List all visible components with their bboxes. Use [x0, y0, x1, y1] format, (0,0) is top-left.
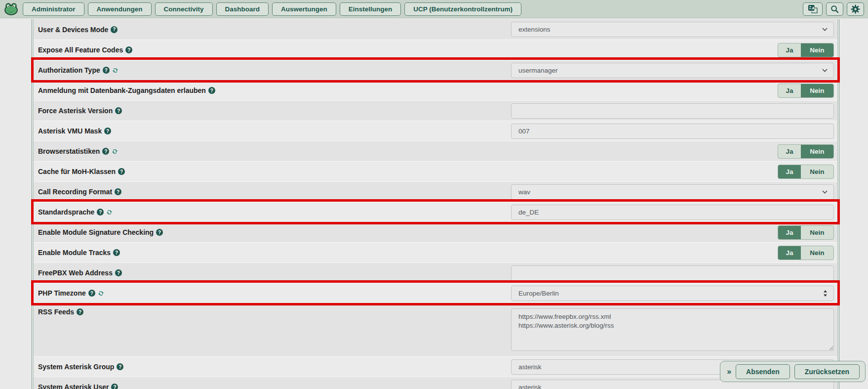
- nav-tab-dashboard[interactable]: Dashboard: [216, 2, 269, 16]
- nav-tab-administrator[interactable]: Administrator: [23, 2, 84, 16]
- settings-row: Standardsprache?: [34, 202, 837, 222]
- setting-label: Authorization Type: [38, 66, 100, 74]
- refresh-icon[interactable]: [112, 67, 118, 74]
- help-icon[interactable]: ?: [111, 26, 118, 33]
- enable-module-signature-checking-yes-button[interactable]: Ja: [778, 226, 801, 239]
- anmeldung-mit-datenbank-zugangsdaten-erlauben-no-button[interactable]: Nein: [801, 84, 833, 97]
- gear-icon: [851, 4, 860, 14]
- setting-label: Expose All Feature Codes: [38, 46, 123, 54]
- setting-label: Asterisk VMU Mask: [38, 127, 102, 135]
- anmeldung-mit-datenbank-zugangsdaten-erlauben-yes-button[interactable]: Ja: [778, 84, 801, 97]
- refresh-icon[interactable]: [106, 209, 113, 216]
- cache-fuer-moh-klassen-yes-button[interactable]: Ja: [778, 165, 801, 178]
- frog-logo[interactable]: [4, 3, 18, 15]
- browserstatistiken-no-button[interactable]: Nein: [801, 145, 833, 158]
- cache-fuer-moh-klassen-toggle: JaNein: [778, 165, 834, 179]
- setting-label: User & Devices Mode: [38, 26, 108, 34]
- settings-row: Expose All Feature Codes?JaNein: [34, 40, 837, 60]
- help-icon[interactable]: ?: [77, 308, 83, 315]
- enable-module-tracks-toggle: JaNein: [778, 246, 834, 260]
- authorization-type-select[interactable]: usermanager: [511, 63, 834, 78]
- refresh-icon[interactable]: [112, 148, 118, 155]
- user-devices-mode-select[interactable]: extensions: [511, 22, 834, 37]
- rss-feeds-textarea[interactable]: [511, 308, 834, 351]
- setting-label: Call Recording Format: [38, 188, 112, 196]
- help-icon[interactable]: ?: [113, 249, 120, 256]
- settings-row: Force Asterisk Version?: [34, 100, 837, 121]
- setting-label: System Asterisk User: [38, 383, 109, 389]
- reset-button[interactable]: Zurücksetzen: [794, 364, 860, 379]
- help-icon[interactable]: ?: [118, 168, 125, 175]
- call-recording-format-select[interactable]: wav: [511, 184, 834, 200]
- php-timezone-select[interactable]: Europe/Berlin: [511, 286, 834, 301]
- expose-all-feature-codes-toggle: JaNein: [778, 43, 834, 57]
- browserstatistiken-toggle: JaNein: [778, 144, 834, 159]
- setting-label: Force Asterisk Version: [38, 107, 113, 115]
- search-button[interactable]: [826, 2, 843, 16]
- help-icon[interactable]: ?: [208, 87, 215, 94]
- force-asterisk-version-input[interactable]: [511, 103, 834, 119]
- help-icon[interactable]: ?: [117, 363, 123, 370]
- setting-label: Browserstatistiken: [38, 147, 100, 155]
- chevron-down-icon: [822, 28, 828, 31]
- settings-row: Call Recording Format?wav: [34, 181, 837, 202]
- setting-label: Enable Module Signature Checking: [38, 228, 154, 236]
- expose-all-feature-codes-yes-button[interactable]: Ja: [778, 43, 801, 57]
- nav-tab-auswertungen[interactable]: Auswertungen: [272, 2, 336, 16]
- help-icon[interactable]: ?: [102, 148, 109, 155]
- collapse-chevrons[interactable]: »: [727, 368, 731, 376]
- settings-row: User & Devices Mode?extensions: [34, 19, 837, 40]
- nav-tab-einstellungen[interactable]: Einstellungen: [340, 2, 401, 16]
- settings-row: Anmeldung mit Datenbank-Zugangsdaten erl…: [34, 80, 837, 100]
- anmeldung-mit-datenbank-zugangsdaten-erlauben-toggle: JaNein: [778, 84, 834, 98]
- svg-text:A: A: [812, 6, 815, 10]
- cache-fuer-moh-klassen-no-button[interactable]: Nein: [801, 165, 833, 178]
- help-icon[interactable]: ?: [115, 188, 121, 195]
- setting-label: Enable Module Tracks: [38, 249, 111, 257]
- submit-button[interactable]: Absenden: [736, 364, 790, 379]
- selected-value: Europe/Berlin: [518, 290, 823, 297]
- enable-module-tracks-yes-button[interactable]: Ja: [778, 246, 801, 259]
- help-icon[interactable]: ?: [88, 290, 95, 297]
- enable-module-signature-checking-toggle: JaNein: [778, 225, 834, 240]
- enable-module-tracks-no-button[interactable]: Nein: [801, 246, 833, 259]
- help-icon[interactable]: ?: [156, 229, 163, 236]
- settings-row: Authorization Type?usermanager: [34, 60, 837, 80]
- nav-tab-anwendungen[interactable]: Anwendungen: [88, 2, 152, 16]
- enable-module-signature-checking-no-button[interactable]: Nein: [801, 226, 833, 239]
- asterisk-vmu-mask-input[interactable]: [511, 124, 834, 139]
- settings-panel: User & Devices Mode?extensionsExpose All…: [32, 19, 839, 389]
- help-icon[interactable]: ?: [115, 269, 122, 276]
- setting-label: PHP Timezone: [38, 289, 86, 297]
- selected-value: usermanager: [518, 67, 822, 74]
- standardsprache-input[interactable]: [511, 205, 834, 220]
- nav-tab-ucp-benutzerkontrollzentrum[interactable]: UCP (Benutzerkontrollzentrum): [404, 2, 521, 16]
- help-icon[interactable]: ?: [97, 209, 104, 216]
- setting-label: System Asterisk Group: [38, 363, 114, 371]
- help-icon[interactable]: ?: [103, 67, 110, 74]
- chevron-down-icon: [822, 69, 828, 72]
- setting-label: Anmeldung mit Datenbank-Zugangsdaten erl…: [38, 86, 206, 94]
- nav-tab-connectivity[interactable]: Connectivity: [155, 2, 213, 16]
- help-icon[interactable]: ?: [115, 107, 122, 114]
- refresh-icon[interactable]: [98, 290, 104, 297]
- browserstatistiken-yes-button[interactable]: Ja: [778, 145, 801, 158]
- settings-row: Cache für MoH-Klassen?JaNein: [34, 161, 837, 181]
- setting-label: FreePBX Web Address: [38, 269, 113, 277]
- freepbx-web-address-input[interactable]: [511, 265, 834, 281]
- selected-value: extensions: [518, 26, 822, 33]
- nav-tabs: AdministratorAnwendungenConnectivityDash…: [23, 2, 521, 16]
- translate-icon: A: [808, 4, 818, 14]
- help-icon[interactable]: ?: [111, 384, 118, 389]
- settings-row: Browserstatistiken?JaNein: [34, 141, 837, 161]
- settings-row: Enable Module Signature Checking?JaNein: [34, 222, 837, 242]
- settings-button[interactable]: [847, 2, 864, 16]
- setting-label: Standardsprache: [38, 208, 94, 216]
- setting-label: RSS Feeds: [38, 308, 74, 316]
- search-icon: [830, 5, 839, 13]
- up-down-arrows-icon: [823, 290, 828, 297]
- help-icon[interactable]: ?: [104, 128, 111, 134]
- language-button[interactable]: A: [803, 2, 823, 16]
- help-icon[interactable]: ?: [125, 46, 132, 53]
- expose-all-feature-codes-no-button[interactable]: Nein: [801, 43, 833, 57]
